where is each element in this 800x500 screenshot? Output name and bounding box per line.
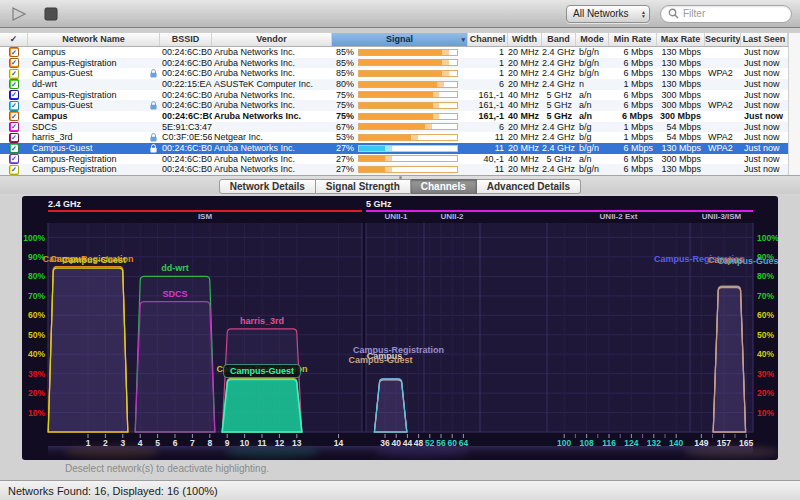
column-header-check[interactable]: ✓ <box>0 33 28 46</box>
signal-percent: 67% <box>332 122 358 133</box>
svg-text:Campus-Guest: Campus-Guest <box>717 256 778 266</box>
network-name: Campus-Registration <box>32 58 117 68</box>
table-row[interactable]: ✓Campus-Guest00:24:6C:B0…Aruba Networks … <box>0 68 788 79</box>
column-header-channel[interactable]: Channel <box>468 33 508 46</box>
play-icon <box>10 6 28 22</box>
network-color-checkbox[interactable]: ✓ <box>9 101 19 111</box>
svg-text:20%: 20% <box>28 388 45 398</box>
filter-placeholder: Filter <box>683 8 705 19</box>
svg-text:10%: 10% <box>28 408 45 418</box>
network-color-checkbox[interactable]: ✓ <box>9 111 19 121</box>
column-header-security[interactable]: Security <box>705 33 741 46</box>
detail-tabs: Network DetailsSignal StrengthChannelsAd… <box>0 179 800 194</box>
checkmark-icon: ✓ <box>11 91 18 98</box>
network-color-checkbox[interactable]: ✓ <box>9 69 19 79</box>
network-name: SDCS <box>32 122 57 132</box>
network-name: Campus-Registration <box>32 164 117 174</box>
checkmark-icon: ✓ <box>11 113 18 120</box>
channels-panel: 2.4 GHz5 GHzISMUNII-1UNII-2UNII-2 ExtUNI… <box>0 196 800 480</box>
checkmark-icon: ✓ <box>11 155 18 162</box>
column-header-band[interactable]: Band <box>542 33 576 46</box>
table-row[interactable]: ✓Campus-Registration00:24:6C:B0…Aruba Ne… <box>0 154 788 165</box>
checkmark-icon: ✓ <box>11 70 18 77</box>
network-color-checkbox[interactable]: ✓ <box>9 90 19 100</box>
table-row[interactable]: ✓Campus-Guest00:24:6C:B0…Aruba Networks … <box>0 143 788 154</box>
table-row[interactable]: ✓SDCS5E:91:C3:47…67%620 MHz2.4 GHzb/g1 M… <box>0 122 788 133</box>
column-header-width[interactable]: Width <box>508 33 542 46</box>
column-header-bssid[interactable]: BSSID <box>160 33 212 46</box>
column-header-mode[interactable]: Mode <box>576 33 609 46</box>
svg-text:Campus-Guest: Campus-Guest <box>349 355 413 365</box>
stop-scan-button[interactable] <box>40 5 62 23</box>
network-name: Campus-Guest <box>32 68 93 78</box>
signal-percent: 75% <box>332 111 358 122</box>
tab-signal-strength[interactable]: Signal Strength <box>316 179 411 194</box>
detail-tabs-strip: Network DetailsSignal StrengthChannelsAd… <box>0 175 800 194</box>
network-filter-dropdown[interactable]: All Networks ▲▼ <box>566 5 650 23</box>
network-color-checkbox[interactable]: ✓ <box>9 122 19 132</box>
table-row[interactable]: ✓Campus00:24:6C:B0…Aruba Networks Inc.85… <box>0 47 788 58</box>
svg-text:SDCS: SDCS <box>162 289 187 299</box>
signal-percent: 85% <box>332 47 358 58</box>
signal-bar <box>358 70 458 77</box>
network-color-checkbox[interactable]: ✓ <box>9 154 19 164</box>
lock-icon <box>150 101 157 111</box>
column-header-max-rate[interactable]: Max Rate <box>657 33 705 46</box>
toolbar: All Networks ▲▼ Filter <box>0 0 800 28</box>
checkmark-icon: ✓ <box>11 102 18 109</box>
table-row[interactable]: ✓Campus00:24:6C:B0…Aruba Networks Inc.75… <box>0 111 788 122</box>
table-row[interactable]: ✓Campus-Registration00:24:6C:B0…Aruba Ne… <box>0 58 788 69</box>
signal-percent: 85% <box>332 68 358 79</box>
table-row[interactable]: ✓Campus-Guest00:24:6C:B0…Aruba Networks … <box>0 100 788 111</box>
network-color-checkbox[interactable]: ✓ <box>9 79 19 89</box>
networks-summary: Networks Found: 16, Displayed: 16 (100%) <box>8 485 218 497</box>
signal-bar <box>358 134 458 141</box>
table-row[interactable]: ✓Campus-Registration00:24:6C:B0…Aruba Ne… <box>0 90 788 101</box>
network-name: Campus <box>32 47 66 57</box>
signal-bar <box>358 113 458 120</box>
column-header-network-name[interactable]: Network Name <box>28 33 160 46</box>
signal-bar <box>358 102 458 109</box>
svg-text:harris_3rd: harris_3rd <box>240 316 284 326</box>
svg-text:30%: 30% <box>28 369 45 379</box>
svg-text:Campus-Guest: Campus-Guest <box>62 255 126 265</box>
column-header-min-rate[interactable]: Min Rate <box>609 33 657 46</box>
network-name: Campus-Guest <box>32 100 93 110</box>
network-color-checkbox[interactable]: ✓ <box>9 47 19 57</box>
table-row[interactable]: ✓dd-wrt00:22:15:EA…ASUSTeK Computer Inc.… <box>0 79 788 90</box>
start-scan-button[interactable] <box>8 5 30 23</box>
signal-percent: 53% <box>332 132 358 143</box>
signal-percent: 27% <box>332 154 358 165</box>
signal-bar <box>358 166 458 173</box>
svg-text:2.4 GHz: 2.4 GHz <box>48 199 82 209</box>
tab-channels[interactable]: Channels <box>411 179 477 194</box>
network-color-checkbox[interactable]: ✓ <box>9 143 19 153</box>
channels-chart[interactable]: 2.4 GHz5 GHzISMUNII-1UNII-2UNII-2 ExtUNI… <box>22 196 778 460</box>
network-color-checkbox[interactable]: ✓ <box>9 165 19 175</box>
svg-text:50%: 50% <box>757 330 774 340</box>
sort-descending-icon: ▾ <box>461 33 465 46</box>
search-icon <box>668 8 679 19</box>
svg-text:UNII-1: UNII-1 <box>384 212 408 221</box>
lock-icon <box>150 69 157 79</box>
signal-bar <box>358 155 458 162</box>
table-row[interactable]: ✓Campus-Registration00:24:6C:B0…Aruba Ne… <box>0 164 788 175</box>
svg-text:40%: 40% <box>757 349 774 359</box>
network-color-checkbox[interactable]: ✓ <box>9 133 19 143</box>
table-body: ✓Campus00:24:6C:B0…Aruba Networks Inc.85… <box>0 47 788 175</box>
network-name: Campus-Registration <box>32 90 117 100</box>
tab-advanced-details[interactable]: Advanced Details <box>477 179 581 194</box>
svg-text:UNII-2 Ext: UNII-2 Ext <box>600 212 638 221</box>
column-header-signal[interactable]: Signal▾ <box>332 33 468 46</box>
lock-icon <box>150 144 157 154</box>
table-row[interactable]: ✓harris_3rdC0:3F:0E:56…Netgear Inc.53%11… <box>0 132 788 143</box>
filter-search-field[interactable]: Filter <box>660 5 792 23</box>
stop-icon <box>43 6 59 22</box>
signal-bar <box>358 145 458 152</box>
column-header-vendor[interactable]: Vendor <box>212 33 332 46</box>
network-color-checkbox[interactable]: ✓ <box>9 58 19 68</box>
tab-network-details[interactable]: Network Details <box>219 179 316 194</box>
column-header-last-seen[interactable]: Last Seen <box>741 33 788 46</box>
table-scrollbar[interactable] <box>788 33 800 175</box>
svg-text:Campus-Guest: Campus-Guest <box>230 366 294 376</box>
